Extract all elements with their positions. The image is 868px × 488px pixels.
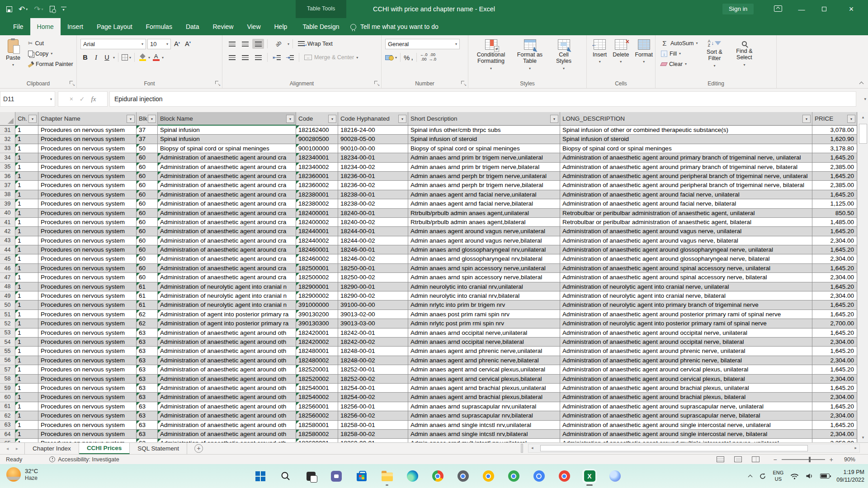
cell[interactable]: 39013-02-00: [338, 310, 408, 319]
column-header-price[interactable]: PRICE▾: [812, 112, 857, 126]
cell[interactable]: Procedures on nervous system: [38, 328, 137, 338]
page-break-view-icon[interactable]: [752, 456, 760, 462]
cell[interactable]: Procedures on nervous system: [38, 411, 137, 420]
cell[interactable]: 182480002: [296, 356, 338, 365]
restore-button[interactable]: [814, 0, 835, 18]
cell[interactable]: 1: [15, 227, 38, 236]
cell[interactable]: 18258-00-01: [338, 421, 408, 430]
filter-button[interactable]: ▾: [28, 115, 37, 123]
cell[interactable]: 182580001: [296, 421, 338, 430]
cell[interactable]: Administration of anaesthetic agent arou…: [560, 328, 812, 338]
column-header-blk[interactable]: Blk▾: [137, 112, 158, 126]
cell[interactable]: Admin anaes arnd mult intcstl nrv,unilat…: [408, 439, 560, 442]
cell[interactable]: Administration of anaesthetic agent arou…: [560, 236, 812, 245]
cell[interactable]: 2,304.00: [812, 430, 857, 439]
tab-table-design[interactable]: Table Design: [296, 18, 346, 35]
cell[interactable]: 1: [15, 190, 38, 199]
filter-button[interactable]: ▾: [127, 115, 135, 123]
alignment-dialog-launcher[interactable]: [374, 81, 379, 86]
wrap-text-button[interactable]: Wrap Text: [296, 39, 335, 49]
increase-decimal-icon[interactable]: ←.0.00: [420, 53, 428, 62]
cell[interactable]: 39100-00-00: [338, 300, 408, 310]
cell[interactable]: 182900001: [296, 282, 338, 291]
cell[interactable]: Administration of anaesthetic agent arou…: [560, 393, 812, 402]
cell[interactable]: Admin anaes agent arnd facial nerve,bila…: [408, 199, 560, 208]
column-header-ch-[interactable]: Ch.▾: [15, 112, 38, 126]
filter-button[interactable]: ▾: [802, 115, 811, 123]
cell[interactable]: Admin anaes arnd suprascapular nrv,bilat…: [408, 411, 560, 420]
copy-button[interactable]: Copy ▾: [26, 48, 75, 59]
cell[interactable]: Administration of anaesthetic agent arou…: [158, 365, 296, 374]
decrease-font-icon[interactable]: A▾: [183, 40, 193, 47]
cell[interactable]: 63: [137, 365, 158, 374]
cell[interactable]: 850.50: [812, 209, 857, 218]
tab-home[interactable]: Home: [30, 18, 61, 35]
cell[interactable]: 61: [137, 282, 158, 291]
redo-icon[interactable]: ↷▾: [34, 5, 43, 14]
row-header[interactable]: 50: [0, 300, 15, 310]
cell[interactable]: 1,645.20: [812, 365, 857, 374]
align-center-button[interactable]: [239, 52, 251, 62]
cell[interactable]: Procedures on nervous system: [38, 144, 137, 153]
cell[interactable]: Spinal infusion: [158, 126, 296, 135]
cell[interactable]: 1,620.90: [812, 135, 857, 144]
cell[interactable]: 63: [137, 439, 158, 442]
cell[interactable]: 1: [15, 319, 38, 328]
cell[interactable]: Admin anaes arnd prim br trigem nerve,bi…: [408, 163, 560, 172]
cell[interactable]: 1: [15, 365, 38, 374]
cell[interactable]: 182360001: [296, 172, 338, 181]
cell[interactable]: Administration of neurolytic agent into …: [560, 300, 812, 310]
cell[interactable]: Admin anaes agent arnd facial nerve,unil…: [408, 190, 560, 199]
cell[interactable]: Procedures on nervous system: [38, 421, 137, 430]
cell[interactable]: Administration of anaesthetic agent arou…: [560, 384, 812, 393]
align-left-button[interactable]: [226, 52, 238, 62]
tray-sync-icon[interactable]: [759, 473, 766, 480]
cell[interactable]: Administration of anaesthetic agent arou…: [560, 199, 812, 208]
cell[interactable]: Admin anaes agent arnd brachial plexus,u…: [408, 384, 560, 393]
zoom-slider[interactable]: [782, 459, 825, 460]
cell[interactable]: Administration of anaesthetic agent arou…: [158, 172, 296, 181]
cell[interactable]: 1: [15, 393, 38, 402]
zoom-level[interactable]: 90%: [844, 456, 855, 463]
cell[interactable]: Procedures on nervous system: [38, 254, 137, 263]
cell[interactable]: Procedures on nervous system: [38, 338, 137, 347]
cell[interactable]: Administration of anaesthetic agent arou…: [158, 245, 296, 254]
row-header[interactable]: 65: [0, 439, 15, 442]
cell[interactable]: 2,304.00: [812, 375, 857, 384]
cell[interactable]: 182580002: [296, 430, 338, 439]
cell[interactable]: Procedures on nervous system: [38, 227, 137, 236]
cell[interactable]: Administration of neurolytic agent into …: [158, 300, 296, 310]
cell[interactable]: Administration of anaesthetic agent arou…: [158, 199, 296, 208]
cell[interactable]: 2,304.00: [812, 291, 857, 300]
cell[interactable]: Administration of anaesthetic agent arou…: [560, 421, 812, 430]
cell[interactable]: Admin anaes agent arnd cervical plexus,b…: [408, 375, 560, 384]
cell[interactable]: Procedures on nervous system: [38, 375, 137, 384]
cell[interactable]: Administration of neurolytic agent into …: [158, 282, 296, 291]
cell[interactable]: Rtrbulb/prbulb admin anaes agent,bilater…: [408, 218, 560, 227]
cell[interactable]: 60: [137, 227, 158, 236]
edge-icon[interactable]: [406, 470, 418, 482]
cell[interactable]: Procedures on nervous system: [38, 356, 137, 365]
undo-icon[interactable]: ↶▾: [19, 5, 28, 14]
cell[interactable]: 18254-00-02: [338, 393, 408, 402]
cell[interactable]: 2,385.00: [812, 181, 857, 190]
cell[interactable]: Procedures on nervous system: [38, 430, 137, 439]
cell[interactable]: 18216-24-00: [338, 126, 408, 135]
cell[interactable]: Spinal infusion of steroid: [560, 135, 812, 144]
cell[interactable]: 63: [137, 402, 158, 411]
cell[interactable]: 18238-00-01: [338, 190, 408, 199]
cell[interactable]: Admin anaes agent around vagus nerve,bil…: [408, 236, 560, 245]
row-header[interactable]: 62: [0, 411, 15, 420]
browser-icon[interactable]: [609, 470, 621, 482]
cell[interactable]: Admin anaes agent around vagus nerve,uni…: [408, 227, 560, 236]
cell[interactable]: Retrobulbar or peribulbar administration…: [560, 209, 812, 218]
cell[interactable]: 18258-00-02: [338, 430, 408, 439]
row-header[interactable]: 58: [0, 375, 15, 384]
cell[interactable]: Administration of anaesthetic agent arou…: [560, 273, 812, 282]
cell[interactable]: 182400002: [296, 218, 338, 227]
language-indicator[interactable]: ENGUS: [773, 470, 784, 483]
cell[interactable]: 1,645.20: [812, 384, 857, 393]
cell[interactable]: 63: [137, 338, 158, 347]
cell[interactable]: Administration of anaesthetic agent arou…: [560, 338, 812, 347]
cell[interactable]: 1: [15, 181, 38, 190]
